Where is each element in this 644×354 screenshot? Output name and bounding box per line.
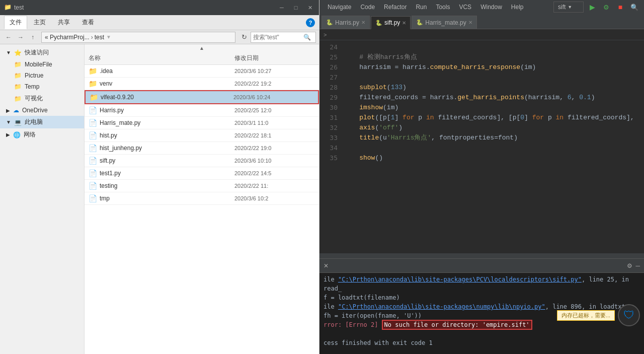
file-item-testing[interactable]: 📄 testing 2020/2/22 11: (85, 180, 319, 192)
sidebar-item-pictrue[interactable]: 📁 Pictrue (0, 70, 84, 81)
tab-view[interactable]: 查看 (76, 16, 100, 29)
menu-navigate[interactable]: Navigate (324, 2, 355, 13)
column-name: 名称 (89, 54, 234, 62)
sidebar-item-mobile-file[interactable]: 📁 MobileFile (0, 59, 84, 70)
file-date: 2020/2/22 19:0 (234, 145, 315, 151)
file-item-harris-mate[interactable]: 📄 Harris_mate.py 2020/3/1 11:0 (85, 117, 319, 129)
file-item-vlfeat[interactable]: 📁 vlfeat-0.9.20 2020/3/6 10:24 (85, 90, 319, 104)
back-button[interactable]: ← (3, 32, 14, 43)
file-item-venv[interactable]: 📁 venv 2020/2/22 19:2 (85, 78, 319, 90)
file-name: tmp (100, 195, 231, 202)
close-button[interactable]: ✕ (305, 3, 315, 13)
quick-access-label: 快速访问 (25, 48, 49, 57)
menu-tools[interactable]: Tools (432, 2, 454, 13)
tab-home[interactable]: 主页 (28, 16, 51, 29)
minimize-bottom-button[interactable]: ─ (635, 262, 640, 269)
menu-refactor[interactable]: Refactor (380, 2, 411, 13)
tab-harris-mate-py[interactable]: 🐍 Harris_mate.py ✕ (412, 16, 476, 29)
search-box: 🔍 (251, 32, 316, 43)
python-icon: 🐍 (375, 20, 382, 26)
menu-window[interactable]: Window (476, 2, 506, 13)
folder-icon: 📁 (89, 80, 97, 88)
help-button[interactable]: ? (306, 18, 315, 27)
sidebar-item-visual[interactable]: 📁 可视化 (0, 92, 84, 105)
run-stop-button[interactable]: ■ (615, 2, 626, 13)
tab-label: Harris.py (335, 19, 359, 26)
file-item-tmp[interactable]: 📄 tmp 2020/3/6 10:2 (85, 192, 319, 205)
file-date: 2020/3/6 10:27 (234, 68, 315, 74)
sidebar-item-network[interactable]: ▶ 🌐 网络 (0, 128, 84, 141)
file-item-hist-junheng[interactable]: 📄 hist_junheng.py 2020/2/22 19:0 (85, 142, 319, 155)
search-button[interactable]: 🔍 (629, 2, 640, 13)
error-link[interactable]: "C:\Prthon\anaconda\lib\site-packages\nu… (338, 303, 545, 310)
file-item-sift[interactable]: 📄 sift.py 2020/3/6 10:10 (85, 155, 319, 167)
output-line (324, 329, 640, 338)
bottom-close-button[interactable]: ✕ (324, 262, 329, 269)
scroll-up-button[interactable]: ▲ (85, 44, 319, 52)
address-bar[interactable]: « PycharmProj... › test ▼ (41, 32, 235, 43)
tab-share[interactable]: 共享 (52, 16, 75, 29)
refresh-button[interactable]: ↻ (238, 32, 250, 43)
menu-run[interactable]: Run (412, 2, 431, 13)
tab-close-icon[interactable]: ✕ (361, 20, 365, 25)
file-item-hist[interactable]: 📄 hist.py 2020/2/22 18:1 (85, 129, 319, 142)
code-content[interactable]: # 检测harris角点 harrisim = harris.compute_h… (340, 40, 637, 253)
tab-file[interactable]: 文件 (4, 16, 27, 29)
sidebar-label: Temp (25, 83, 39, 90)
minimize-button[interactable]: ─ (277, 3, 287, 13)
file-icon: 📄 (89, 194, 97, 202)
security-icon-button[interactable]: 🛡 (618, 304, 640, 326)
file-item-harris-py[interactable]: 📄 Harris.py 2020/2/25 12:0 (85, 104, 319, 117)
folder-icon: 📁 (14, 72, 22, 79)
chevron-down-icon: ▼ (6, 119, 11, 125)
tab-close-icon[interactable]: ✕ (402, 20, 406, 26)
dropdown-icon: ▼ (568, 5, 572, 10)
output-line: ile "C:\Prthon\anaconda\lib\site-package… (324, 275, 640, 293)
up-button[interactable]: ↑ (27, 32, 38, 43)
navigation-row: ← → ↑ « PycharmProj... › test ▼ ↻ 🔍 (0, 30, 319, 44)
file-explorer: 📁 test ─ □ ✕ 文件 主页 共享 查看 ? ← → ↑ « Pycha… (0, 0, 319, 354)
run-debug-button[interactable]: ⚙ (601, 2, 612, 13)
path-dropdown[interactable]: ▼ (106, 34, 111, 40)
file-date: 2020/3/6 10:24 (233, 94, 314, 100)
menu-vcs[interactable]: VCS (455, 2, 475, 13)
forward-button[interactable]: → (15, 32, 26, 43)
menu-code[interactable]: Code (356, 2, 379, 13)
file-icon: 📄 (89, 119, 97, 127)
python-icon: 🐍 (326, 19, 333, 26)
file-date: 2020/2/22 18:1 (234, 132, 315, 138)
file-item-idea[interactable]: 📁 .idea 2020/3/6 10:27 (85, 65, 319, 78)
file-name: hist.py (100, 132, 231, 139)
tab-sift-py[interactable]: 🐍 sift.py ✕ (371, 16, 411, 29)
settings-icon[interactable]: ⚙ (627, 262, 632, 269)
explorer-content: ▼ ⭐ 快速访问 📁 MobileFile 📁 Pictrue 📁 Temp (0, 44, 319, 354)
maximize-button[interactable]: □ (291, 3, 301, 13)
network-icon: 🌐 (13, 131, 21, 138)
column-date: 修改日期 (234, 54, 315, 62)
folder-icon: 📁 (14, 83, 22, 90)
horizontal-scrollbar[interactable] (319, 253, 644, 258)
folder-icon: 📁 (90, 93, 98, 101)
file-item-test1[interactable]: 📄 test1.py 2020/2/22 14:5 (85, 167, 319, 180)
sidebar-item-quick-access[interactable]: ▼ ⭐ 快速访问 (0, 46, 84, 59)
run-config-selector[interactable]: sift ▼ (553, 2, 584, 13)
file-name: venv (100, 80, 231, 87)
run-play-button[interactable]: ▶ (587, 2, 598, 13)
file-date: 2020/2/22 14:5 (234, 170, 315, 176)
sidebar-navigation: ▼ ⭐ 快速访问 📁 MobileFile 📁 Pictrue 📁 Temp (0, 44, 85, 354)
file-name: .idea (100, 67, 231, 75)
file-name: vlfeat-0.9.20 (101, 94, 230, 101)
error-link[interactable]: "C:\Prthon\anaconda\lib\site-packages\PC… (338, 276, 582, 283)
search-icon[interactable]: 🔍 (303, 34, 311, 41)
sidebar-item-onedrive[interactable]: ▶ ☁ OneDrive (0, 105, 84, 116)
sidebar-item-this-computer[interactable]: ▼ 💻 此电脑 (0, 116, 84, 128)
file-date: 2020/3/1 11:0 (234, 120, 315, 126)
search-input[interactable] (253, 34, 303, 41)
file-date: 2020/2/25 12:0 (234, 107, 315, 113)
code-editor[interactable]: 24 25 26 27 28 29 30 31 32 33 34 35 # 检测… (319, 40, 644, 253)
file-list: ▲ 名称 修改日期 📁 .idea 2020/3/6 10:27 📁 venv … (85, 44, 319, 354)
menu-help[interactable]: Help (507, 2, 528, 13)
tab-harris-py[interactable]: 🐍 Harris.py ✕ (321, 16, 370, 29)
sidebar-item-temp[interactable]: 📁 Temp (0, 81, 84, 92)
tab-close-icon[interactable]: ✕ (468, 20, 472, 25)
